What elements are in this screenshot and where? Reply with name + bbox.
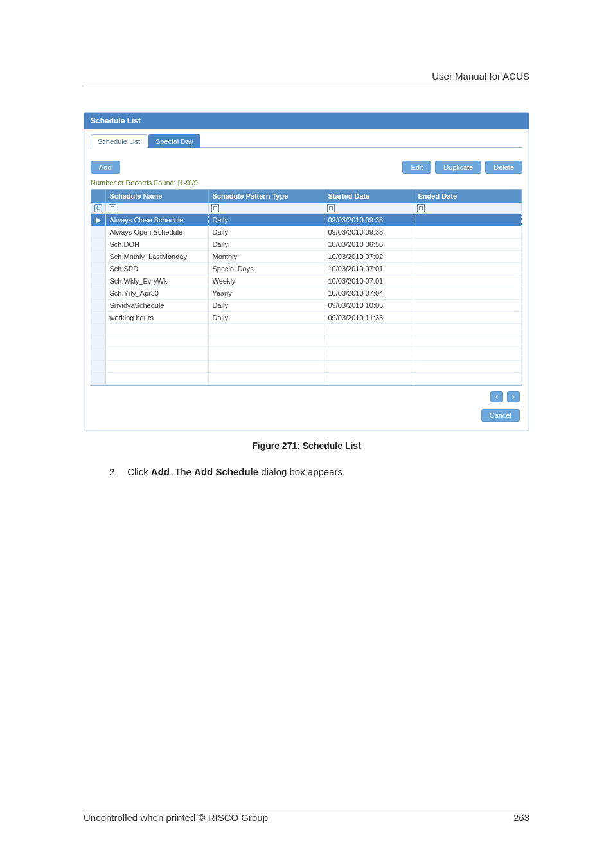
cell-name: Sch.Wkly_EvryWk: [105, 275, 208, 287]
cell-name: Sch.SPD: [105, 263, 208, 275]
cell-ended: [414, 239, 522, 251]
row-indicator: [91, 300, 105, 312]
header-title: User Manual for ACUS: [84, 71, 529, 82]
filter-icon[interactable]: [327, 204, 335, 212]
table-row[interactable]: Sch.Yrly_Apr30Yearly10/03/2010 07:04: [91, 287, 522, 300]
step-number: 2.: [109, 466, 125, 477]
header-row: Schedule Name Schedule Pattern Type Star…: [91, 190, 522, 203]
cell-name: Sch.Yrly_Apr30: [105, 287, 208, 300]
cell-ended: [414, 251, 522, 263]
add-button[interactable]: Add: [91, 161, 120, 174]
table-row-empty: [91, 348, 522, 361]
table-row[interactable]: Always Close ScheduleDaily09/03/2010 09:…: [91, 214, 522, 226]
cell-type: Daily: [208, 214, 324, 226]
cell-started: 10/03/2010 07:02: [324, 251, 414, 263]
svg-marker-0: [96, 217, 101, 224]
table-row-empty: [91, 336, 522, 348]
header-rule: [84, 86, 529, 86]
row-indicator: [91, 312, 105, 324]
cell-started: 09/03/2010 09:38: [324, 226, 414, 239]
footer-left: Uncontrolled when printed © RISCO Group: [84, 812, 268, 823]
cell-ended: [414, 275, 522, 287]
cell-ended: [414, 263, 522, 275]
cell-started: 10/03/2010 07:01: [324, 275, 414, 287]
cell-started: 10/03/2010 07:01: [324, 263, 414, 275]
records-found-text: Number of Records Found: [1-9]/9: [91, 179, 522, 186]
cell-started: 09/03/2010 11:33: [324, 312, 414, 324]
tab-special-day[interactable]: Special Day: [148, 134, 200, 148]
table-row[interactable]: Sch.Wkly_EvryWkWeekly10/03/2010 07:01: [91, 275, 522, 287]
cell-type: Yearly: [208, 287, 324, 300]
cell-name: working hours: [105, 312, 208, 324]
col-indicator[interactable]: [91, 190, 105, 203]
schedule-grid: Schedule Name Schedule Pattern Type Star…: [91, 189, 522, 386]
step-text: Click Add. The Add Schedule dialog box a…: [127, 466, 345, 477]
window-title: Schedule List: [84, 113, 529, 129]
cell-type: Daily: [208, 300, 324, 312]
col-started-date[interactable]: Started Date: [324, 190, 414, 203]
cell-started: 09/03/2010 09:38: [324, 214, 414, 226]
cell-name: Always Open Schedule: [105, 226, 208, 239]
table-row[interactable]: SrividyaScheduleDaily09/03/2010 10:05: [91, 300, 522, 312]
cell-name: Sch.Mnthly_LastMonday: [105, 251, 208, 263]
col-schedule-name[interactable]: Schedule Name: [105, 190, 208, 203]
footer-rule: [84, 808, 529, 808]
filter-row: ↻: [91, 203, 522, 214]
row-indicator: [91, 214, 105, 226]
page-number: 263: [513, 812, 529, 823]
cell-ended: [414, 214, 522, 226]
cell-started: 10/03/2010 06:56: [324, 239, 414, 251]
cell-type: Monthly: [208, 251, 324, 263]
cell-name: Sch.DOH: [105, 239, 208, 251]
cell-ended: [414, 226, 522, 239]
refresh-icon[interactable]: ↻: [94, 204, 102, 212]
row-indicator: [91, 263, 105, 275]
schedule-list-window: Schedule List Schedule List Special Day …: [84, 112, 529, 431]
pager-prev-button[interactable]: ‹: [490, 391, 503, 402]
table-row[interactable]: Always Open ScheduleDaily09/03/2010 09:3…: [91, 226, 522, 239]
tab-label: Special Day: [155, 138, 193, 145]
cell-type: Special Days: [208, 263, 324, 275]
pager: ‹ ›: [91, 386, 522, 405]
row-indicator: [91, 251, 105, 263]
table-row[interactable]: Sch.Mnthly_LastMondayMonthly10/03/2010 0…: [91, 251, 522, 263]
filter-icon[interactable]: [417, 204, 425, 212]
row-indicator: [91, 239, 105, 251]
cell-started: 10/03/2010 07:04: [324, 287, 414, 300]
tab-bar: Schedule List Special Day: [91, 134, 522, 148]
cell-type: Weekly: [208, 275, 324, 287]
filter-icon[interactable]: [211, 204, 219, 212]
col-ended-date[interactable]: Ended Date: [414, 190, 522, 203]
cancel-button[interactable]: Cancel: [481, 409, 520, 422]
cell-type: Daily: [208, 239, 324, 251]
delete-button[interactable]: Delete: [485, 161, 522, 174]
col-schedule-pattern-type[interactable]: Schedule Pattern Type: [208, 190, 324, 203]
figure-caption: Figure 271: Schedule List: [84, 440, 529, 451]
edit-button[interactable]: Edit: [402, 161, 431, 174]
cell-name: Always Close Schedule: [105, 214, 208, 226]
tab-label: Schedule List: [98, 138, 140, 145]
tab-schedule-list[interactable]: Schedule List: [91, 134, 147, 148]
cell-ended: [414, 287, 522, 300]
table-row[interactable]: working hoursDaily09/03/2010 11:33: [91, 312, 522, 324]
cell-type: Daily: [208, 312, 324, 324]
table-row-empty: [91, 324, 522, 336]
table-row[interactable]: Sch.DOHDaily10/03/2010 06:56: [91, 239, 522, 251]
cell-ended: [414, 312, 522, 324]
table-row-empty: [91, 361, 522, 373]
duplicate-button[interactable]: Duplicate: [435, 161, 481, 174]
row-indicator: [91, 275, 105, 287]
table-row-empty: [91, 373, 522, 385]
row-indicator: [91, 287, 105, 300]
row-indicator: [91, 226, 105, 239]
cell-ended: [414, 300, 522, 312]
cell-started: 09/03/2010 10:05: [324, 300, 414, 312]
table-row[interactable]: Sch.SPDSpecial Days10/03/2010 07:01: [91, 263, 522, 275]
cell-name: SrividyaSchedule: [105, 300, 208, 312]
filter-icon[interactable]: [109, 204, 116, 212]
cell-type: Daily: [208, 226, 324, 239]
instruction-step: 2. Click Add. The Add Schedule dialog bo…: [109, 466, 529, 477]
pager-next-button[interactable]: ›: [507, 391, 520, 402]
